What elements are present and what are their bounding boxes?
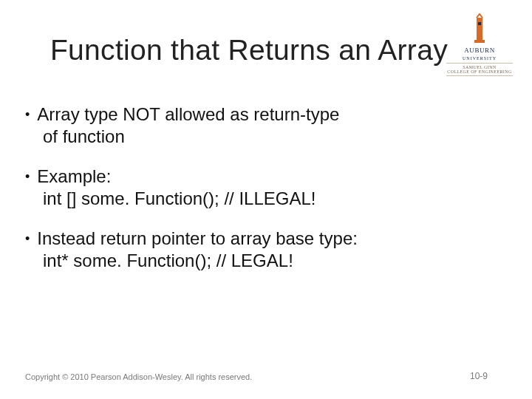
bullet-dot-icon: • — [25, 166, 30, 188]
slide-title: Function that Returns an Array — [50, 34, 488, 66]
bullet-dot-icon: • — [25, 103, 30, 126]
svg-rect-2 — [478, 22, 481, 25]
slide: AUBURN UNIVERSITY SAMUEL GINN COLLEGE OF… — [0, 0, 532, 399]
copyright-text: Copyright © 2010 Pearson Addison-Wesley.… — [25, 372, 252, 381]
bullet-lead: Instead return pointer to array base typ… — [37, 228, 358, 250]
bullet-cont: int* some. Function(); // LEGAL! — [43, 250, 488, 272]
bullet-dot-icon: • — [25, 228, 30, 250]
bullet-item: • Array type NOT allowed as return-type … — [25, 103, 488, 148]
bullet-item: • Example: int [] some. Function(); // I… — [25, 166, 488, 210]
bullet-lead: Array type NOT allowed as return-type — [37, 103, 339, 126]
logo-sub3: COLLEGE OF ENGINEERING — [446, 69, 513, 74]
bullet-cont: of function — [43, 126, 488, 148]
bullet-lead: Example: — [37, 166, 111, 188]
slide-number: 10-9 — [470, 371, 488, 381]
bullet-item: • Instead return pointer to array base t… — [25, 228, 488, 272]
bullet-cont: int [] some. Function(); // ILLEGAL! — [43, 188, 488, 210]
slide-body: • Array type NOT allowed as return-type … — [25, 103, 488, 290]
